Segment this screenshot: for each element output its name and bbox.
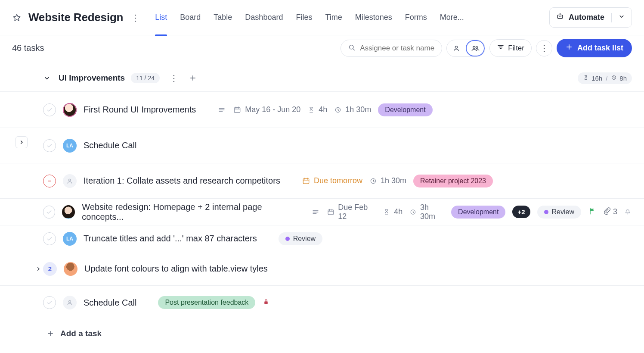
star-icon[interactable]: [12, 13, 22, 22]
subtask-count-badge[interactable]: 2: [43, 262, 57, 276]
task-row[interactable]: Schedule Call Post presentation feedback: [0, 286, 644, 319]
task-status-badge: Review: [537, 206, 581, 219]
task-row[interactable]: 2 Update font colours to align with tabl…: [0, 252, 644, 286]
bell-icon[interactable]: [623, 207, 632, 217]
task-estimate: 4h: [383, 207, 402, 216]
add-task-button[interactable]: Add a task: [0, 319, 644, 343]
group-more-button[interactable]: ⋮: [167, 72, 180, 84]
task-title: Iteration 1: Collate assets and research…: [84, 176, 280, 186]
task-row[interactable]: Website redesign: Homepage + 2 internal …: [0, 199, 644, 225]
task-tag[interactable]: Retainer project 2023: [413, 175, 493, 187]
search-wrap[interactable]: [341, 40, 442, 57]
status-dot: [285, 237, 290, 241]
paperclip-icon: [603, 206, 611, 217]
tab-more[interactable]: More...: [440, 0, 464, 35]
avatar[interactable]: [64, 262, 77, 276]
group-add-task-button[interactable]: [186, 72, 199, 84]
automate-label: Automate: [569, 13, 604, 22]
group-logged: 8h: [619, 75, 627, 82]
group-time-summary: 16h / 8h: [578, 72, 632, 84]
hourglass-icon: [383, 208, 390, 216]
subbar-right: Filter ⋮ Add task list: [341, 39, 632, 57]
tab-list[interactable]: List: [155, 0, 167, 35]
task-rows: First Round UI Improvements May 16 - Jun…: [0, 91, 644, 319]
tab-dashboard[interactable]: Dashboard: [245, 0, 283, 35]
task-row[interactable]: LA Schedule Call: [0, 128, 644, 163]
add-list-label: Add task list: [577, 44, 623, 53]
task-status-toggle[interactable]: [43, 103, 56, 116]
clock-icon: [369, 177, 377, 185]
attachments[interactable]: 3: [603, 206, 617, 217]
automate-button[interactable]: Automate: [549, 7, 632, 28]
add-task-list-button[interactable]: Add task list: [557, 39, 632, 57]
task-title: Schedule Call: [84, 298, 136, 308]
task-title: First Round UI Improvements: [84, 105, 196, 115]
task-tag[interactable]: Development: [378, 103, 432, 116]
avatar[interactable]: [62, 205, 75, 219]
description-icon: [217, 106, 226, 114]
tab-table[interactable]: Table: [214, 0, 232, 35]
project-more-button[interactable]: ⋮: [129, 11, 142, 24]
assignee-all-button[interactable]: [466, 40, 485, 56]
assignee-me-button[interactable]: [447, 40, 466, 56]
task-tag[interactable]: Post presentation feedback: [158, 296, 255, 309]
avatar[interactable]: LA: [63, 139, 77, 153]
clock-icon: [334, 106, 342, 114]
hourglass-icon: [583, 75, 589, 82]
calendar-icon: [233, 106, 242, 114]
task-tag[interactable]: Development: [451, 206, 505, 219]
task-title: Truncate titles and add '...' max 87 cha…: [84, 234, 257, 244]
topbar-right: Automate: [549, 7, 632, 28]
topbar: Website Redesign ⋮ List Board Table Dash…: [0, 0, 644, 35]
task-logged: 3h 30m: [409, 203, 444, 221]
task-dates: May 16 - Jun 20: [233, 105, 300, 114]
filter-label: Filter: [508, 44, 524, 53]
task-status-toggle[interactable]: [43, 296, 56, 309]
task-row[interactable]: LA Truncate titles and add '...' max 87 …: [0, 225, 644, 252]
clock-icon: [611, 75, 617, 82]
group-estimate: 16h: [591, 75, 602, 82]
status-dot: [544, 210, 548, 214]
filter-button[interactable]: Filter: [489, 39, 532, 57]
search-input[interactable]: [360, 44, 435, 53]
task-tag-overflow[interactable]: +2: [512, 206, 530, 218]
task-status-toggle[interactable]: [43, 206, 55, 219]
tab-files[interactable]: Files: [296, 0, 312, 35]
description-icon: [311, 208, 320, 216]
calendar-icon: [327, 208, 335, 216]
group-collapse-button[interactable]: [41, 72, 53, 84]
filter-icon: [497, 43, 505, 53]
avatar-unassigned[interactable]: [63, 296, 77, 309]
task-status-toggle[interactable]: [43, 232, 56, 245]
avatar[interactable]: LA: [63, 232, 77, 246]
subbar: 46 tasks Filter ⋮ Add task list: [0, 35, 644, 61]
avatar-unassigned[interactable]: [63, 174, 77, 188]
tab-board[interactable]: Board: [180, 0, 201, 35]
group-header: UI Improvements 11 / 24 ⋮ 16h / 8h: [0, 61, 644, 91]
tab-milestones[interactable]: Milestones: [355, 0, 392, 35]
subtask-expand-button[interactable]: [34, 264, 43, 274]
group-right: 16h / 8h: [578, 72, 632, 84]
plus-icon: [46, 330, 54, 337]
list-more-button[interactable]: ⋮: [536, 40, 552, 56]
tab-time[interactable]: Time: [325, 0, 342, 35]
plus-icon: [565, 43, 573, 53]
tab-forms[interactable]: Forms: [405, 0, 427, 35]
add-task-label: Add a task: [60, 329, 102, 338]
group-title: UI Improvements: [59, 73, 125, 83]
task-status-toggle[interactable]: [43, 139, 56, 152]
task-title: Website redesign: Homepage + 2 internal …: [82, 202, 292, 222]
task-status-toggle[interactable]: [43, 175, 56, 187]
task-due: Due tomorrow: [302, 176, 362, 185]
chevron-down-icon: [618, 12, 625, 22]
avatar[interactable]: [63, 103, 77, 117]
task-due: Due Feb 12: [327, 203, 376, 221]
task-title: Schedule Call: [84, 141, 136, 150]
task-row[interactable]: First Round UI Improvements May 16 - Jun…: [0, 92, 644, 128]
content: UI Improvements 11 / 24 ⋮ 16h / 8h First…: [0, 61, 644, 343]
clock-icon: [409, 208, 417, 216]
task-row[interactable]: Iteration 1: Collate assets and research…: [0, 163, 644, 199]
task-logged: 1h 30m: [369, 176, 406, 185]
flag-icon[interactable]: [588, 207, 597, 217]
view-tabs: List Board Table Dashboard Files Time Mi…: [155, 0, 464, 35]
